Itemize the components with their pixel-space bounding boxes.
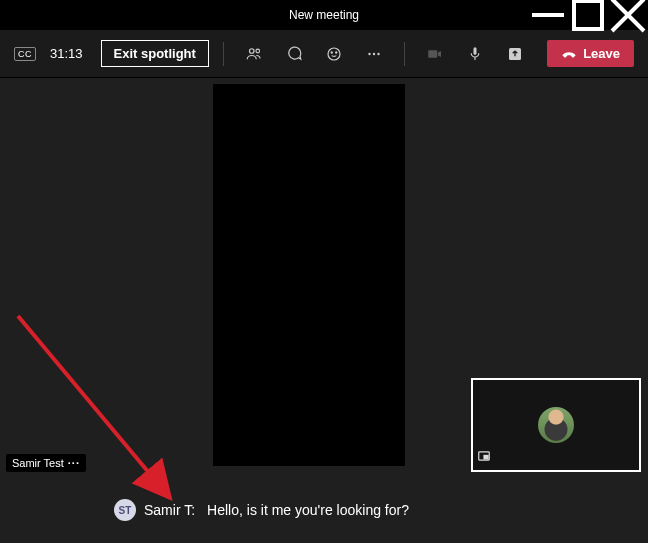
live-caption: ST Samir T: Hello, is it me you're looki… [0,499,648,521]
window-controls [528,0,648,30]
toolbar-divider [223,42,224,66]
svg-point-11 [377,52,379,54]
svg-point-6 [328,48,340,60]
leave-button[interactable]: Leave [547,40,634,67]
exit-spotlight-button[interactable]: Exit spotlight [101,40,209,67]
self-avatar [538,407,574,443]
svg-rect-12 [473,47,476,55]
spotlight-video[interactable] [213,84,405,466]
title-bar: New meeting [0,0,648,30]
microphone-icon[interactable] [459,38,491,70]
participant-name: Samir Test [12,457,64,469]
participant-more-icon[interactable]: ··· [68,457,80,469]
svg-point-5 [256,49,260,53]
meeting-timer: 31:13 [50,46,83,61]
meeting-toolbar: CC 31:13 Exit spotlight Leave [0,30,648,78]
svg-rect-15 [484,455,488,459]
svg-point-8 [336,51,337,52]
svg-point-10 [373,52,375,54]
svg-point-7 [331,51,332,52]
captions-indicator[interactable]: CC [14,47,36,61]
more-actions-icon[interactable] [358,38,390,70]
caption-speaker: Samir T: [144,502,195,518]
chat-icon[interactable] [278,38,310,70]
leave-label: Leave [583,46,620,61]
pip-toggle-icon[interactable] [477,449,491,467]
svg-point-9 [368,52,370,54]
caption-text: Hello, is it me you're looking for? [207,502,409,518]
reactions-icon[interactable] [318,38,350,70]
meeting-stage: Samir Test ··· ST Samir T: Hello, is it … [0,78,648,543]
annotation-arrow [10,308,200,518]
participant-name-pill[interactable]: Samir Test ··· [6,454,86,472]
self-view-tile[interactable] [471,378,641,472]
toolbar-divider-2 [404,42,405,66]
camera-icon[interactable] [419,38,451,70]
maximize-button[interactable] [568,0,608,30]
close-button[interactable] [608,0,648,30]
people-icon[interactable] [238,38,270,70]
svg-rect-1 [574,1,602,29]
minimize-button[interactable] [528,0,568,30]
share-icon[interactable] [499,38,531,70]
svg-point-4 [249,48,254,53]
caption-avatar: ST [114,499,136,521]
hangup-icon [561,47,577,61]
